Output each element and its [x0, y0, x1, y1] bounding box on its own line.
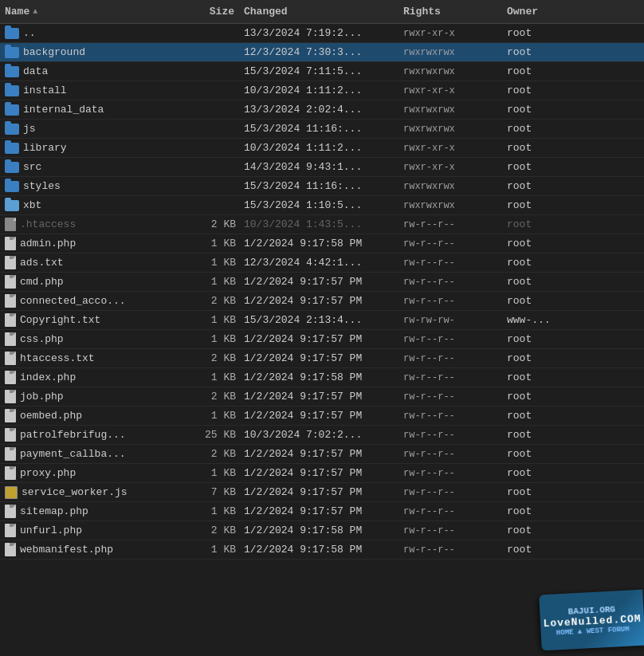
file-icon	[5, 237, 16, 250]
file-name-cell: cmd.php	[0, 273, 191, 290]
table-row[interactable]: internal_data13/3/2024 2:02:4...rwxrwxrw…	[0, 100, 644, 120]
file-size-cell: 1 KB	[191, 465, 239, 481]
col-name[interactable]: Name ▲	[0, 3, 191, 20]
file-owner-cell: root	[502, 217, 582, 232]
table-row[interactable]: job.php2 KB1/2/2024 9:17:57 PMrw-r--r--r…	[0, 387, 644, 407]
watermark: BAJUI.ORG LoveNulled.COM HOME ▲ WEST FOR…	[539, 590, 644, 651]
file-size-cell: 1 KB	[191, 504, 239, 519]
file-owner-cell: root	[502, 255, 582, 270]
name-col-label: Name	[5, 6, 29, 18]
table-row[interactable]: cmd.php1 KB1/2/2024 9:17:57 PMrw-r--r--r…	[0, 273, 644, 292]
table-header: Name ▲ Size Changed Rights Owner	[0, 0, 644, 24]
table-row[interactable]: background12/3/2024 7:30:3...rwxrwxrwxro…	[0, 43, 644, 62]
folder-icon	[5, 162, 19, 173]
sort-arrow: ▲	[33, 7, 37, 16]
table-row[interactable]: library10/3/2024 1:11:2...rwxr-xr-xroot	[0, 139, 644, 158]
file-owner-cell: root	[502, 159, 582, 175]
table-row[interactable]: xbt15/3/2024 1:10:5...rwxrwxrwxroot	[0, 196, 644, 215]
file-changed-cell: 1/2/2024 9:17:57 PM	[239, 293, 399, 308]
file-icon	[5, 447, 16, 461]
table-row[interactable]: ..13/3/2024 7:19:2...rwxr-xr-xroot	[0, 24, 644, 43]
file-name-cell: library	[0, 140, 191, 155]
table-row[interactable]: ads.txt1 KB12/3/2024 4:42:1...rw-r--r--r…	[0, 253, 644, 273]
file-size-cell: 1 KB	[191, 255, 239, 270]
file-size-cell: 2 KB	[191, 523, 239, 538]
table-row[interactable]: connected_acco...2 KB1/2/2024 9:17:57 PM…	[0, 292, 644, 311]
file-name-cell: payment_callba...	[0, 446, 191, 462]
file-changed-cell: 1/2/2024 9:17:57 PM	[239, 332, 399, 347]
file-size-cell	[191, 108, 239, 112]
table-row[interactable]: admin.php1 KB1/2/2024 9:17:58 PMrw-r--r-…	[0, 234, 644, 253]
file-name-label: admin.php	[20, 238, 76, 249]
table-row[interactable]: .htaccess2 KB10/3/2024 1:43:5...rw-r--r-…	[0, 215, 644, 234]
file-size-cell	[191, 32, 239, 35]
file-icon	[5, 390, 16, 403]
table-row[interactable]: unfurl.php2 KB1/2/2024 9:17:58 PMrw-r--r…	[0, 521, 644, 540]
table-row[interactable]: oembed.php1 KB1/2/2024 9:17:57 PMrw-r--r…	[0, 407, 644, 426]
table-row[interactable]: styles15/3/2024 11:16:...rwxrwxrwxroot	[0, 177, 644, 196]
file-size-cell: 2 KB	[191, 446, 239, 462]
file-owner-cell: root	[502, 236, 582, 251]
file-rights-cell: rwxrwxrwx	[399, 65, 502, 79]
file-name-cell: css.php	[0, 331, 191, 348]
file-name-label: connected_acco...	[20, 295, 126, 307]
table-row[interactable]: webmanifest.php1 KB1/2/2024 9:17:58 PMrw…	[0, 540, 644, 560]
table-row[interactable]: proxy.php1 KB1/2/2024 9:17:57 PMrw-r--r-…	[0, 464, 644, 483]
file-changed-cell: 1/2/2024 9:17:58 PM	[239, 370, 399, 385]
file-size-cell	[191, 51, 239, 54]
file-owner-cell: root	[502, 427, 582, 442]
file-changed-cell: 15/3/2024 11:16:...	[239, 121, 399, 136]
file-rights-cell: rwxrwxrwx	[399, 122, 502, 136]
table-row[interactable]: sitemap.php1 KB1/2/2024 9:17:57 PMrw-r--…	[0, 502, 644, 521]
table-row[interactable]: index.php1 KB1/2/2024 9:17:58 PMrw-r--r-…	[0, 368, 644, 387]
table-row[interactable]: install10/3/2024 1:11:2...rwxr-xr-xroot	[0, 81, 644, 100]
file-owner-cell: root	[502, 504, 582, 519]
file-size-cell: 25 KB	[191, 427, 239, 442]
folder-icon	[5, 85, 19, 96]
col-changed[interactable]: Changed	[239, 3, 399, 20]
file-size-cell	[191, 70, 239, 73]
table-row[interactable]: js15/3/2024 11:16:...rwxrwxrwxroot	[0, 120, 644, 139]
table-row[interactable]: payment_callba...2 KB1/2/2024 9:17:57 PM…	[0, 445, 644, 464]
col-owner[interactable]: Owner	[502, 3, 582, 20]
col-rights[interactable]: Rights	[399, 3, 502, 20]
file-name-label: data	[23, 65, 48, 77]
file-owner-cell: root	[502, 45, 582, 60]
file-rights-cell: rwxrwxrwx	[399, 179, 502, 194]
table-row[interactable]: service_worker.js7 KB1/2/2024 9:17:57 PM…	[0, 483, 644, 502]
file-owner-cell: root	[502, 408, 582, 423]
file-rights-cell: rw-r--r--	[399, 485, 502, 500]
file-name-cell: xbt	[0, 198, 191, 213]
file-size-cell: 1 KB	[191, 312, 239, 328]
file-name-label: .htaccess	[20, 218, 76, 230]
file-name-label: styles	[23, 180, 61, 192]
file-name-label: js	[23, 123, 36, 135]
file-icon	[5, 275, 16, 289]
file-changed-cell: 13/3/2024 2:02:4...	[239, 102, 399, 117]
file-owner-cell: root	[502, 121, 582, 136]
file-name-cell: ads.txt	[0, 254, 191, 271]
file-size-cell	[191, 185, 239, 188]
file-name-label: proxy.php	[20, 467, 76, 479]
file-rights-cell: rw-r--r--	[399, 390, 502, 404]
table-row[interactable]: patrolfebrifug...25 KB10/3/2024 7:02:2..…	[0, 426, 644, 445]
file-name-cell: js	[0, 121, 191, 136]
table-row[interactable]: Copyright.txt1 KB15/3/2024 2:13:4...rw-r…	[0, 311, 644, 330]
file-size-cell	[191, 147, 239, 150]
folder-icon	[5, 181, 19, 192]
file-name-label: webmanifest.php	[20, 544, 113, 556]
file-size-cell: 1 KB	[191, 370, 239, 385]
file-owner-cell: root	[502, 293, 582, 308]
file-name-cell: proxy.php	[0, 465, 191, 481]
table-row[interactable]: data15/3/2024 7:11:5...rwxrwxrwxroot	[0, 62, 644, 81]
file-name-cell: oembed.php	[0, 407, 191, 424]
file-changed-cell: 10/3/2024 1:11:2...	[239, 83, 399, 98]
file-rights-cell: rw-r--r--	[399, 505, 502, 519]
file-icon	[5, 332, 16, 346]
file-owner-cell: root	[502, 102, 582, 117]
col-size[interactable]: Size	[191, 3, 239, 20]
table-row[interactable]: css.php1 KB1/2/2024 9:17:57 PMrw-r--r--r…	[0, 330, 644, 349]
table-row[interactable]: htaccess.txt2 KB1/2/2024 9:17:57 PMrw-r-…	[0, 349, 644, 368]
table-row[interactable]: src14/3/2024 9:43:1...rwxr-xr-xroot	[0, 158, 644, 177]
file-name-cell: unfurl.php	[0, 522, 191, 539]
